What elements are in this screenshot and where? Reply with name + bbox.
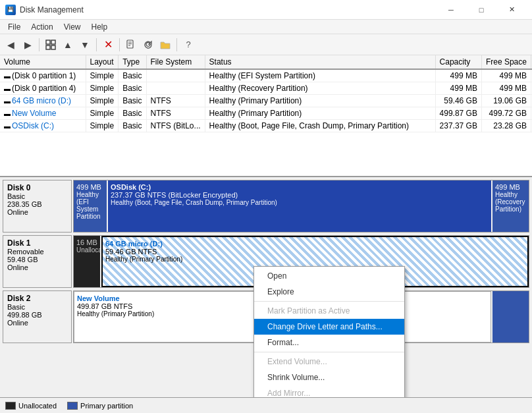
disk-0-row: Disk 0 Basic 238.35 GB Online 499 MB Hea…: [3, 180, 529, 233]
cell-volume: ▬(Disk 0 partition 1): [0, 69, 86, 82]
cell-volume: ▬64 GB micro (D:): [0, 95, 86, 107]
ctx-explore[interactable]: Explore: [254, 284, 404, 300]
context-menu: Open Explore Mark Partition as Active Ch…: [253, 266, 405, 397]
ctx-open[interactable]: Open: [254, 268, 404, 284]
table-row[interactable]: ▬New Volume Simple Basic NTFS Healthy (P…: [0, 107, 532, 120]
toolbar: ◀ ▶ ▲ ▼ ✕ ?: [0, 34, 532, 55]
cell-capacity: 499 MB: [435, 69, 481, 82]
disk-0-info: Disk 0 Basic 238.35 GB Online: [3, 180, 72, 233]
cell-status: Healthy (Recovery Partition): [205, 82, 435, 95]
menu-file[interactable]: File: [3, 21, 26, 33]
disk1-part-unalloc[interactable]: 16 MB Unallocated: [74, 236, 100, 287]
menu-bar: File Action View Help: [0, 20, 532, 34]
col-volume: Volume: [0, 55, 86, 69]
cell-free: 499 MB: [481, 82, 531, 95]
disk2-part-right[interactable]: [492, 291, 529, 343]
col-status: Status: [205, 55, 435, 69]
ctx-extend: Extend Volume...: [254, 354, 404, 370]
cell-status: Healthy (EFI System Partition): [205, 69, 435, 82]
ctx-format[interactable]: Format...: [254, 335, 404, 350]
disk-0-partitions: 499 MB Healthy (EFI System Partition OSD…: [73, 180, 529, 233]
menu-action[interactable]: Action: [26, 21, 58, 33]
disk0-part-os[interactable]: OSDisk (C:) 237.37 GB NTFS (BitLocker En…: [108, 180, 491, 232]
cell-fs: NTFS: [146, 95, 205, 107]
ctx-change-drive[interactable]: Change Drive Letter and Paths...: [254, 319, 404, 335]
svg-rect-0: [46, 40, 50, 44]
help-button[interactable]: ?: [180, 37, 196, 53]
close-button[interactable]: ✕: [496, 0, 527, 20]
col-type: Type: [119, 55, 146, 69]
title-bar: 💾 Disk Management ─ □ ✕: [0, 0, 532, 20]
cell-volume: ▬OSDisk (C:): [0, 120, 86, 132]
cell-volume: ▬New Volume: [0, 107, 86, 120]
table-row[interactable]: ▬OSDisk (C:) Simple Basic NTFS (BitLo...…: [0, 120, 532, 132]
cell-layout: Simple: [86, 82, 119, 95]
legend-primary-box: [67, 402, 78, 410]
svg-rect-2: [46, 45, 50, 49]
cell-type: Basic: [119, 69, 146, 82]
svg-rect-3: [51, 45, 55, 49]
refresh-button[interactable]: [140, 37, 156, 53]
cell-fs: NTFS: [146, 107, 205, 120]
menu-view[interactable]: View: [59, 21, 86, 33]
cancel-button[interactable]: ✕: [100, 37, 116, 53]
disk-2-info: Disk 2 Basic 499.88 GB Online: [3, 290, 72, 343]
cell-free: 19.06 GB: [481, 95, 531, 107]
ctx-add-mirror: Add Mirror...: [254, 385, 404, 397]
forward-button[interactable]: ▶: [20, 37, 36, 53]
ctx-sep-1: [254, 301, 404, 302]
minimize-button[interactable]: ─: [436, 0, 466, 20]
cell-capacity: 237.37 GB: [435, 120, 481, 132]
ctx-sep-2: [254, 352, 404, 352]
cell-type: Basic: [119, 107, 146, 120]
title-controls: ─ □ ✕: [436, 0, 527, 20]
cell-free: 499.72 GB: [481, 107, 531, 120]
cell-type: Basic: [119, 82, 146, 95]
app-icon: 💾: [5, 5, 16, 15]
cell-fs: [146, 69, 205, 82]
back-button[interactable]: ◀: [3, 37, 18, 53]
properties-button[interactable]: [123, 37, 139, 53]
cell-fs: [146, 82, 205, 95]
cell-status: Healthy (Primary Partition): [205, 107, 435, 120]
folder-button[interactable]: [157, 37, 173, 53]
col-free: Free Space: [481, 55, 531, 69]
disk-area: Disk 0 Basic 238.35 GB Online 499 MB Hea…: [0, 177, 532, 397]
cell-fs: NTFS (BitLo...: [146, 120, 205, 132]
col-layout: Layout: [86, 55, 119, 69]
cell-free: 499 MB: [481, 69, 531, 82]
disk-1-info: Disk 1 Removable 59.48 GB Online: [3, 235, 72, 288]
ctx-mark-active: Mark Partition as Active: [254, 303, 404, 319]
legend-unallocated-label: Unallocated: [18, 402, 57, 410]
main-content: Volume Layout Type File System Status Ca…: [0, 55, 532, 413]
table-row[interactable]: ▬64 GB micro (D:) Simple Basic NTFS Heal…: [0, 95, 532, 107]
cell-status: Healthy (Primary Partition): [205, 95, 435, 107]
legend-unallocated: Unallocated: [5, 402, 57, 410]
cell-volume: ▬(Disk 0 partition 4): [0, 82, 86, 95]
grid-button[interactable]: [43, 37, 59, 53]
down-button[interactable]: ▼: [77, 37, 93, 53]
table-row[interactable]: ▬(Disk 0 partition 4) Simple Basic Healt…: [0, 82, 532, 95]
svg-rect-1: [51, 40, 55, 44]
cell-capacity: 499 MB: [435, 82, 481, 95]
disk0-part-efi[interactable]: 499 MB Healthy (EFI System Partition: [74, 180, 107, 232]
legend: Unallocated Primary partition: [0, 397, 532, 413]
cell-type: Basic: [119, 120, 146, 132]
col-fs: File System: [146, 55, 205, 69]
legend-primary: Primary partition: [67, 402, 133, 410]
cell-layout: Simple: [86, 95, 119, 107]
cell-type: Basic: [119, 95, 146, 107]
disk0-part-recovery[interactable]: 499 MB Healthy (Recovery Partition): [492, 180, 529, 232]
menu-help[interactable]: Help: [86, 21, 113, 33]
legend-primary-label: Primary partition: [80, 402, 133, 410]
table-row[interactable]: ▬(Disk 0 partition 1) Simple Basic Healt…: [0, 69, 532, 82]
cell-layout: Simple: [86, 69, 119, 82]
cell-layout: Simple: [86, 120, 119, 132]
ctx-shrink[interactable]: Shrink Volume...: [254, 370, 404, 385]
legend-unallocated-box: [5, 402, 16, 410]
cell-status: Healthy (Boot, Page File, Crash Dump, Pr…: [205, 120, 435, 132]
volume-table: Volume Layout Type File System Status Ca…: [0, 55, 532, 177]
up-button[interactable]: ▲: [60, 37, 76, 53]
maximize-button[interactable]: □: [466, 0, 496, 20]
window-title: Disk Management: [20, 5, 84, 14]
